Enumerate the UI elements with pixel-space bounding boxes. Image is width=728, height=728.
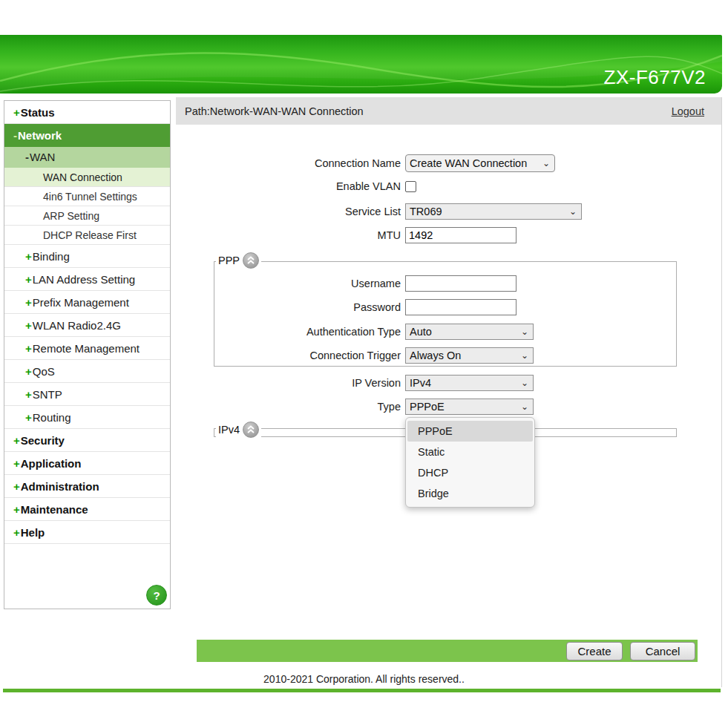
sidebar-item-remote-management[interactable]: +Remote Management <box>4 337 170 360</box>
mtu-input[interactable] <box>405 227 517 243</box>
authentication-type-label: Authentication Type <box>178 326 405 338</box>
sidebar-item-status[interactable]: +Status <box>4 101 170 124</box>
authentication-type-value: Auto <box>410 326 432 338</box>
sidebar-item-sntp[interactable]: +SNTP <box>4 383 170 406</box>
sidebar-item-maintenance[interactable]: +Maintenance <box>4 498 170 521</box>
service-list-select[interactable]: TR069 ⌄ <box>405 203 582 220</box>
sidebar-item-label: Administration <box>21 480 99 493</box>
connection-trigger-label: Connection Trigger <box>178 350 405 361</box>
ipv4-section-title: IPv4 <box>218 424 240 436</box>
create-button[interactable]: Create <box>566 642 623 660</box>
username-label: Username <box>178 278 405 289</box>
chevron-down-icon: ⌄ <box>542 160 550 167</box>
expand-plus-icon: + <box>13 457 20 470</box>
copyright-text: 2010-2021 Corporation. All rights reserv… <box>0 673 728 685</box>
enable-vlan-row: Enable VLAN <box>178 180 416 192</box>
sidebar-item-label: Help <box>21 526 45 539</box>
ip-version-row: IP Version IPv4 ⌄ <box>178 375 534 391</box>
header-banner: ZX-F677V2 <box>0 35 722 94</box>
password-input[interactable] <box>405 299 517 315</box>
sidebar-item-prefix-management[interactable]: +Prefix Management <box>4 291 170 314</box>
breadcrumb-bar: Path:Network-WAN-WAN Connection Logout <box>176 97 722 125</box>
enable-vlan-checkbox[interactable] <box>405 181 416 192</box>
sidebar-item-dhcp-release-first[interactable]: DHCP Release First <box>4 226 170 245</box>
expand-plus-icon: + <box>25 388 32 401</box>
sidebar-item-label: SNTP <box>33 388 62 401</box>
expand-plus-icon: + <box>13 434 20 447</box>
sidebar-item-label: Application <box>21 457 82 470</box>
logout-link[interactable]: Logout <box>672 105 704 117</box>
expand-plus-icon: + <box>25 411 32 424</box>
sidebar-item-binding[interactable]: +Binding <box>4 245 170 268</box>
mtu-label: MTU <box>178 229 405 241</box>
chevron-down-icon: ⌄ <box>569 208 577 215</box>
dropdown-option-pppoe[interactable]: PPPoE <box>407 421 533 442</box>
expand-plus-icon: + <box>25 342 32 355</box>
ip-version-value: IPv4 <box>410 377 431 389</box>
footer-divider <box>3 689 721 692</box>
sidebar-item-wan[interactable]: -WAN <box>4 147 170 168</box>
expand-plus-icon: + <box>25 273 32 286</box>
sidebar-item-label: Network <box>18 129 62 142</box>
sidebar-item-label: LAN Address Setting <box>33 273 135 286</box>
expand-plus-icon: + <box>25 250 32 263</box>
sidebar-item-label: QoS <box>33 365 55 378</box>
enable-vlan-label: Enable VLAN <box>178 180 405 192</box>
dropdown-option-dhcp[interactable]: DHCP <box>407 462 533 483</box>
username-input[interactable] <box>405 275 517 292</box>
ipv4-section-legend: IPv4 <box>216 422 261 438</box>
collapse-section-button[interactable] <box>243 252 259 269</box>
connection-name-label: Connection Name <box>178 157 405 169</box>
mtu-row: MTU <box>178 227 517 243</box>
sidebar-item-label: Remote Management <box>33 342 140 355</box>
action-bar: Create Cancel <box>197 640 698 662</box>
sidebar-item-qos[interactable]: +QoS <box>4 360 170 383</box>
ppp-section-legend: PPP <box>216 252 261 269</box>
sidebar-item-wan-connection[interactable]: WAN Connection <box>4 168 170 187</box>
expand-plus-icon: + <box>25 296 32 309</box>
dropdown-option-bridge[interactable]: Bridge <box>407 483 533 504</box>
double-chevron-up-icon <box>245 424 257 436</box>
chevron-down-icon: ⌄ <box>521 328 528 335</box>
ip-version-select[interactable]: IPv4 ⌄ <box>405 375 534 391</box>
sidebar-item-security[interactable]: +Security <box>4 429 170 452</box>
sidebar-item-label: Maintenance <box>21 503 88 516</box>
help-button[interactable]: ? <box>146 585 167 606</box>
authentication-type-select[interactable]: Auto ⌄ <box>405 324 534 340</box>
connection-trigger-value: Always On <box>410 350 461 361</box>
sidebar-item-label: ARP Setting <box>43 210 99 222</box>
sidebar-item-administration[interactable]: +Administration <box>4 475 170 498</box>
collapse-minus-icon: - <box>25 151 29 163</box>
dropdown-option-static[interactable]: Static <box>407 442 533 462</box>
chevron-down-icon: ⌄ <box>521 352 528 359</box>
sidebar-item-label: 4in6 Tunnel Settings <box>43 191 137 203</box>
username-row: Username <box>178 275 517 292</box>
connection-trigger-row: Connection Trigger Always On ⌄ <box>178 347 534 364</box>
type-select[interactable]: PPPoE ⌄ <box>405 399 534 415</box>
sidebar-item-lan-address-setting[interactable]: +LAN Address Setting <box>4 268 170 291</box>
type-value: PPPoE <box>410 401 445 413</box>
connection-trigger-select[interactable]: Always On ⌄ <box>405 347 534 364</box>
expand-plus-icon: + <box>13 526 20 539</box>
expand-plus-icon: + <box>13 106 20 119</box>
service-list-row: Service List TR069 ⌄ <box>178 203 582 220</box>
sidebar-item-label: WAN Connection <box>43 171 122 183</box>
expand-plus-icon: + <box>25 365 32 378</box>
sidebar-item-wlan-radio2-4g[interactable]: +WLAN Radio2.4G <box>4 314 170 337</box>
ppp-section-title: PPP <box>218 255 240 266</box>
sidebar-item-arp-setting[interactable]: ARP Setting <box>4 206 170 226</box>
sidebar-item-network[interactable]: -Network <box>4 124 170 147</box>
question-mark-icon: ? <box>153 589 160 602</box>
collapse-minus-icon: - <box>13 129 17 142</box>
sidebar-item-4in6-tunnel-settings[interactable]: 4in6 Tunnel Settings <box>4 187 170 206</box>
sidebar-item-help[interactable]: +Help <box>4 521 170 544</box>
collapse-section-button[interactable] <box>243 422 259 438</box>
sidebar-item-label: Prefix Management <box>33 296 129 309</box>
cancel-button[interactable]: Cancel <box>630 642 695 660</box>
type-row: Type PPPoE ⌄ <box>178 399 534 415</box>
page: ZX-F677V2 Path:Network-WAN-WAN Connectio… <box>0 0 728 728</box>
device-model-title: ZX-F677V2 <box>604 66 706 89</box>
sidebar-item-application[interactable]: +Application <box>4 452 170 475</box>
sidebar-item-routing[interactable]: +Routing <box>4 406 170 429</box>
connection-name-select[interactable]: Create WAN Connection ⌄ <box>405 154 555 172</box>
